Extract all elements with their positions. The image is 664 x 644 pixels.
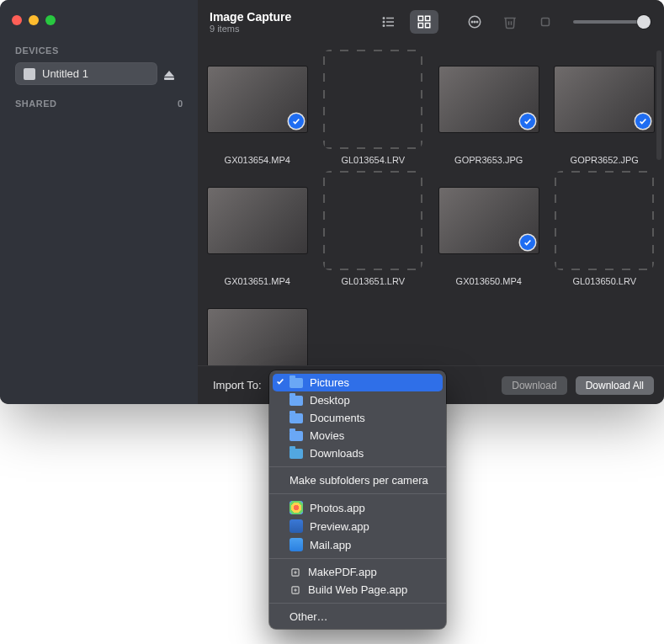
selected-check-badge [520,114,535,129]
media-thumbnail [555,67,654,132]
svg-rect-7 [426,16,430,20]
menu-item-label: Make subfolders per camera [290,474,428,487]
close-window-button[interactable] [12,15,22,25]
menu-item-label: MakePDF.app [308,566,377,578]
menu-item-subfolders[interactable]: Make subfolders per camera [269,471,446,489]
menu-item-action[interactable]: Build Web Page.app [269,581,446,599]
folder-icon [290,396,303,406]
folder-icon [290,413,303,423]
svg-point-4 [383,21,385,23]
thumbnail-size-slider[interactable] [573,20,649,24]
list-view-button[interactable] [374,10,403,34]
slider-knob[interactable] [637,15,651,29]
thumbnail-cell[interactable]: GL013650.LRV [552,170,658,286]
more-options-button[interactable] [460,10,489,34]
window-controls [0,8,198,40]
menu-item-folder[interactable]: Downloads [269,444,446,462]
automator-icon [290,584,301,596]
svg-rect-14 [542,19,550,26]
svg-rect-8 [418,24,422,28]
menu-item-label: Pictures [310,376,349,389]
menu-item-label: Documents [310,412,365,424]
menu-item-label: Other… [290,610,328,623]
menu-item-action[interactable]: MakePDF.app [269,563,446,581]
menu-item-app[interactable]: Mail.app [269,535,446,554]
menu-item-label: Photos.app [310,502,365,514]
thumbnail-filename: GOPR3652.JPG [571,155,639,165]
thumbnail-cell[interactable]: GL013651.LRV [321,170,427,286]
menu-item-other[interactable]: Other… [269,608,446,625]
import-to-dropdown-menu[interactable]: PicturesDesktopDocumentsMoviesDownloadsM… [269,370,446,629]
thumbnail-wrap [438,49,539,150]
thumbnail-cell[interactable]: GL013654.LRV [321,49,427,165]
grid-icon [417,14,432,29]
eject-icon[interactable] [164,71,174,77]
grid-view-button[interactable] [410,10,438,34]
thumbnail-grid: GX013654.MP4GL013654.LRVGOPR3653.JPGGOPR… [205,49,657,365]
menu-item-label: Mail.app [310,539,351,551]
sidebar: DEVICES Untitled 1 SHARED 0 [0,0,198,404]
selected-check-badge [289,114,304,129]
thumbnail-wrap [207,291,308,365]
thumbnail-cell[interactable]: GOPR3653.JPG [436,49,542,165]
thumbnail-cell[interactable]: GX013651.MP4 [205,170,311,286]
menu-separator [269,558,446,559]
download-button[interactable]: Download [502,376,566,395]
check-icon [523,238,532,247]
zoom-window-button[interactable] [45,15,56,25]
svg-point-12 [474,21,475,23]
sidebar-device-item[interactable]: Untitled 1 [15,62,157,85]
download-all-button[interactable]: Download All [576,376,654,395]
thumbnail-cell[interactable]: GX013650.MP4 [436,170,542,286]
image-capture-window: DEVICES Untitled 1 SHARED 0 Image Captur… [0,0,664,404]
delete-button[interactable] [496,10,524,34]
thumbnail-filename: GL013651.LRV [341,276,405,286]
menu-item-folder[interactable]: Documents [269,409,446,427]
sidebar-shared-heading: SHARED [15,98,56,109]
scrollbar[interactable] [656,51,661,160]
svg-point-11 [471,21,473,23]
thumbnail-wrap [207,49,308,150]
svg-point-13 [476,21,478,23]
folder-icon [290,449,303,459]
media-thumbnail [439,188,539,253]
menu-item-label: Preview.app [310,520,369,533]
thumbnail-wrap [438,170,539,271]
toolbar: Image Capture 9 items [198,0,664,44]
menu-separator [269,466,446,467]
thumbnail-filename: GL013650.LRV [572,276,636,286]
thumbnail-filename: GL013654.LRV [341,155,405,165]
menu-item-app[interactable]: Preview.app [269,517,446,535]
menu-item-app[interactable]: Photos.app [269,498,446,517]
svg-rect-9 [426,24,430,28]
rotate-button[interactable] [531,10,560,34]
menu-item-folder[interactable]: Pictures [273,374,443,391]
app-icon [290,501,303,514]
sidebar-devices-heading: DEVICES [0,40,198,61]
list-icon [381,14,396,29]
thumbnail-wrap [554,170,655,271]
thumbnail-cell[interactable]: GX013654.MP4 [205,49,311,165]
thumbnail-filename: GOPR3653.JPG [454,155,523,165]
app-title: Image Capture [210,10,291,24]
sidebar-shared-count: 0 [178,98,183,109]
menu-item-folder[interactable]: Desktop [269,391,446,409]
automator-icon [290,567,301,578]
thumbnail-filename: GX013651.MP4 [225,276,290,286]
menu-item-folder[interactable]: Movies [269,427,446,444]
item-count: 9 items [210,24,291,35]
placeholder-thumbnail [555,171,654,270]
placeholder-thumbnail [323,171,422,270]
minimize-window-button[interactable] [29,15,39,25]
check-icon [276,377,284,386]
disk-icon [24,68,35,80]
thumbnail-cell[interactable]: GOPR3652.JPG [552,49,658,165]
placeholder-thumbnail [323,50,422,149]
svg-point-5 [383,25,385,27]
check-icon [292,117,300,125]
menu-item-label: Build Web Page.app [308,583,407,596]
thumbnail-cell[interactable] [205,291,311,365]
menu-item-label: Movies [310,429,344,442]
thumbnail-grid-scroll[interactable]: GX013654.MP4GL013654.LRVGOPR3653.JPGGOPR… [198,44,664,365]
folder-icon [290,378,303,388]
